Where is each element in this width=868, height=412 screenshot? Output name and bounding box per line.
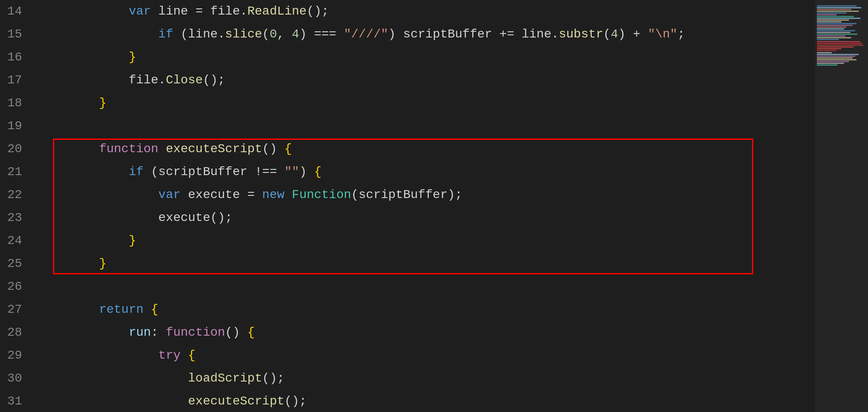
code-line: 16 }	[0, 46, 815, 69]
line-content: }	[35, 229, 815, 252]
line-content: file.Close();	[35, 69, 815, 92]
line-number: 14	[0, 0, 35, 23]
code-lines: 14 var line = file.ReadLine();15 if (lin…	[0, 0, 815, 412]
line-number: 19	[0, 115, 35, 138]
line-number: 30	[0, 367, 35, 390]
line-content: var line = file.ReadLine();	[35, 0, 815, 23]
line-content: execute();	[35, 206, 815, 229]
line-number: 20	[0, 138, 35, 161]
code-line: 24 }	[0, 229, 815, 252]
line-content: executeScript();	[35, 390, 815, 412]
line-content: loadScript();	[35, 367, 815, 390]
line-content	[35, 115, 815, 138]
line-content: var execute = new Function(scriptBuffer)…	[35, 184, 815, 206]
line-content: run: function() {	[35, 321, 815, 344]
line-number: 18	[0, 92, 35, 115]
line-number: 28	[0, 321, 35, 344]
editor-container: 14 var line = file.ReadLine();15 if (lin…	[0, 0, 868, 412]
line-number: 27	[0, 298, 35, 321]
code-line: 27 return {	[0, 298, 815, 321]
line-number: 25	[0, 252, 35, 275]
code-line: 22 var execute = new Function(scriptBuff…	[0, 184, 815, 206]
line-content: }	[35, 92, 815, 115]
line-number: 21	[0, 161, 35, 184]
code-line: 25 }	[0, 252, 815, 275]
line-number: 17	[0, 69, 35, 92]
code-line: 28 run: function() {	[0, 321, 815, 344]
line-number: 22	[0, 184, 35, 206]
line-number: 24	[0, 229, 35, 252]
code-line: 23 execute();	[0, 206, 815, 229]
line-number: 23	[0, 206, 35, 229]
code-line: 31 executeScript();	[0, 390, 815, 412]
line-number: 15	[0, 23, 35, 46]
line-content	[35, 275, 815, 298]
line-content: if (line.slice(0, 4) === "////") scriptB…	[35, 23, 815, 46]
minimap-content	[815, 0, 868, 412]
code-line: 30 loadScript();	[0, 367, 815, 390]
code-line: 29 try {	[0, 344, 815, 367]
line-number: 29	[0, 344, 35, 367]
code-line: 15 if (line.slice(0, 4) === "////") scri…	[0, 23, 815, 46]
code-line: 21 if (scriptBuffer !== "") {	[0, 161, 815, 184]
line-number: 26	[0, 275, 35, 298]
code-line: 17 file.Close();	[0, 69, 815, 92]
line-content: }	[35, 46, 815, 69]
code-area[interactable]: 14 var line = file.ReadLine();15 if (lin…	[0, 0, 815, 412]
line-content: }	[35, 252, 815, 275]
code-line: 19	[0, 115, 815, 138]
code-line: 26	[0, 275, 815, 298]
line-content: return {	[35, 298, 815, 321]
line-content: if (scriptBuffer !== "") {	[35, 161, 815, 184]
code-line: 14 var line = file.ReadLine();	[0, 0, 815, 23]
code-line: 18 }	[0, 92, 815, 115]
line-content: try {	[35, 344, 815, 367]
minimap	[815, 0, 868, 412]
line-number: 31	[0, 390, 35, 412]
code-line: 20 function executeScript() {	[0, 138, 815, 161]
line-content: function executeScript() {	[35, 138, 815, 161]
line-number: 16	[0, 46, 35, 69]
